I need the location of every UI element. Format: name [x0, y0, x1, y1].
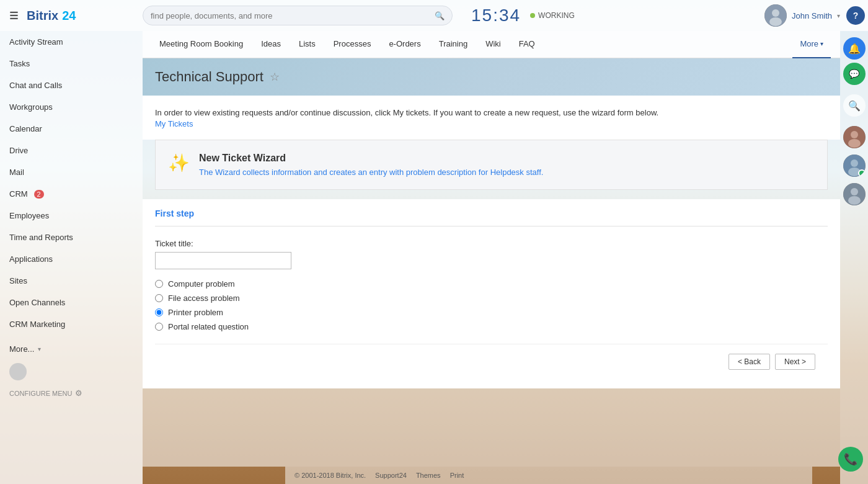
configure-menu-label: CONFIGURE MENU [9, 390, 72, 397]
tabbar: Meeting Room Booking Ideas Lists Process… [143, 31, 840, 58]
sidebar-item-calendar[interactable]: Calendar [0, 118, 143, 140]
configure-menu-button[interactable]: CONFIGURE MENU ⚙ [0, 383, 143, 403]
tab-wiki[interactable]: Wiki [478, 31, 508, 58]
user-dropdown-icon[interactable]: ▾ [837, 12, 840, 19]
sidebar-item-employees[interactable]: Employees [0, 205, 143, 226]
radio-label-computer: Computer problem [168, 279, 235, 289]
sidebar-item-time-reports[interactable]: Time and Reports [0, 226, 143, 248]
right-user-avatar-1[interactable] [843, 126, 866, 148]
wizard-description: The Wizard collects information and crea… [199, 168, 543, 177]
svg-point-1 [772, 9, 779, 17]
tab-lists[interactable]: Lists [291, 31, 323, 58]
sidebar-item-crm-marketing[interactable]: CRM Marketing [0, 313, 143, 335]
radio-portal-question[interactable]: Portal related question [155, 322, 828, 331]
radio-computer-problem[interactable]: Computer problem [155, 279, 828, 289]
status-dot [530, 13, 535, 18]
status-text: WORKING [538, 11, 575, 20]
step-title: First step [155, 208, 828, 218]
sidebar-item-mail[interactable]: Mail [0, 161, 143, 183]
chevron-down-icon: ▾ [820, 40, 823, 47]
themes-link[interactable]: Themes [416, 472, 441, 479]
sidebar-item-workgroups[interactable]: Workgroups [0, 96, 143, 118]
wizard-box: ✨ New Ticket Wizard The Wizard collects … [155, 140, 828, 190]
user-name: John Smith [792, 11, 832, 20]
copyright-text: © 2001-2018 Bitrix, Inc. [294, 472, 366, 479]
support24-link[interactable]: Support24 [375, 472, 407, 479]
sidebar-item-label: Tasks [9, 59, 30, 68]
radio-input-portal[interactable] [155, 323, 163, 331]
user-info[interactable]: John Smith ▾ [764, 4, 840, 27]
page-title: Technical Support [155, 69, 264, 85]
app-logo[interactable]: ☰ Bitrix 24 [0, 9, 143, 23]
notification-bell-button[interactable]: 🔔 [843, 37, 866, 60]
sidebar-item-chat-calls[interactable]: Chat and Calls [0, 74, 143, 96]
next-button[interactable]: Next > [775, 354, 815, 370]
radio-input-file-access[interactable] [155, 294, 163, 302]
tab-ideas[interactable]: Ideas [254, 31, 288, 58]
search-bar[interactable]: 🔍 [143, 6, 453, 25]
app-name: Bitrix [27, 9, 58, 23]
radio-input-printer[interactable] [155, 308, 163, 316]
sidebar-item-label: Calendar [9, 124, 42, 133]
sidebar-more-label: More... [9, 344, 34, 354]
sidebar-item-sites[interactable]: Sites [0, 270, 143, 292]
radio-printer-problem[interactable]: Printer problem [155, 308, 828, 317]
wizard-content: New Ticket Wizard The Wizard collects in… [199, 153, 543, 177]
tab-processes[interactable]: Processes [326, 31, 379, 58]
sidebar-item-label: Time and Reports [9, 233, 73, 242]
sidebar-user-circle [9, 363, 27, 380]
sidebar-item-label: Mail [9, 168, 24, 177]
wizard-title: New Ticket Wizard [199, 153, 543, 164]
print-link[interactable]: Print [450, 472, 464, 479]
info-box: In order to view existing requests and/o… [143, 96, 840, 140]
topbar: ☰ Bitrix 24 🔍 15:34 WORKING John Smith ▾… [0, 0, 868, 31]
svg-point-11 [848, 196, 861, 205]
back-button[interactable]: < Back [728, 354, 770, 370]
status-indicator: WORKING [530, 11, 575, 20]
step-divider [155, 226, 828, 226]
sidebar: Activity Stream Tasks Chat and Calls Wor… [0, 31, 143, 484]
main-content: Meeting Room Booking Ideas Lists Process… [143, 31, 840, 484]
sidebar-item-applications[interactable]: Applications [0, 248, 143, 270]
radio-input-computer[interactable] [155, 280, 163, 288]
tab-faq[interactable]: FAQ [512, 31, 542, 58]
sidebar-item-label: Open Channels [9, 298, 65, 307]
sidebar-item-activity-stream[interactable]: Activity Stream [0, 31, 143, 53]
sidebar-item-label: CRM [9, 189, 28, 199]
sidebar-item-label: Activity Stream [9, 37, 63, 47]
favorite-star-icon[interactable]: ☆ [270, 70, 280, 84]
search-input[interactable] [151, 11, 435, 20]
svg-point-5 [848, 139, 861, 148]
right-sidebar: 🔔 💬 🔍 [840, 31, 868, 484]
footer: © 2001-2018 Bitrix, Inc. Support24 Theme… [285, 467, 812, 484]
my-tickets-link[interactable]: My Tickets [155, 119, 193, 128]
info-text: In order to view existing requests and/o… [155, 107, 828, 119]
chat-button[interactable]: 💬 [843, 63, 866, 85]
clock-display: 15:34 [471, 6, 521, 25]
right-user-avatar-2[interactable] [843, 155, 866, 177]
sidebar-item-tasks[interactable]: Tasks [0, 53, 143, 74]
form-area: First step Ticket title: Computer proble… [143, 199, 840, 388]
svg-point-4 [851, 131, 858, 138]
ticket-title-label: Ticket title: [155, 239, 828, 248]
radio-label-file-access: File access problem [168, 294, 240, 303]
sidebar-item-more[interactable]: More... ▾ [0, 338, 143, 360]
phone-button[interactable]: 📞 [838, 447, 863, 472]
gear-icon[interactable]: ⚙ [75, 388, 82, 398]
tab-meeting-room-booking[interactable]: Meeting Room Booking [152, 31, 250, 58]
svg-point-10 [851, 188, 858, 195]
tab-training[interactable]: Training [432, 31, 475, 58]
ticket-title-input[interactable] [155, 252, 291, 269]
sidebar-item-drive[interactable]: Drive [0, 140, 143, 161]
tab-more[interactable]: More ▾ [792, 31, 831, 58]
radio-file-access[interactable]: File access problem [155, 294, 828, 303]
sidebar-item-label: Sites [9, 276, 27, 285]
sidebar-item-open-channels[interactable]: Open Channels [0, 292, 143, 313]
right-user-avatar-3[interactable] [843, 183, 866, 205]
sidebar-item-label: CRM Marketing [9, 320, 65, 329]
tab-eorders[interactable]: e-Orders [381, 31, 428, 58]
sidebar-item-crm[interactable]: CRM 2 [0, 183, 143, 205]
hamburger-icon[interactable]: ☰ [9, 10, 18, 22]
right-search-button[interactable]: 🔍 [843, 94, 866, 117]
help-button[interactable]: ? [846, 6, 865, 25]
